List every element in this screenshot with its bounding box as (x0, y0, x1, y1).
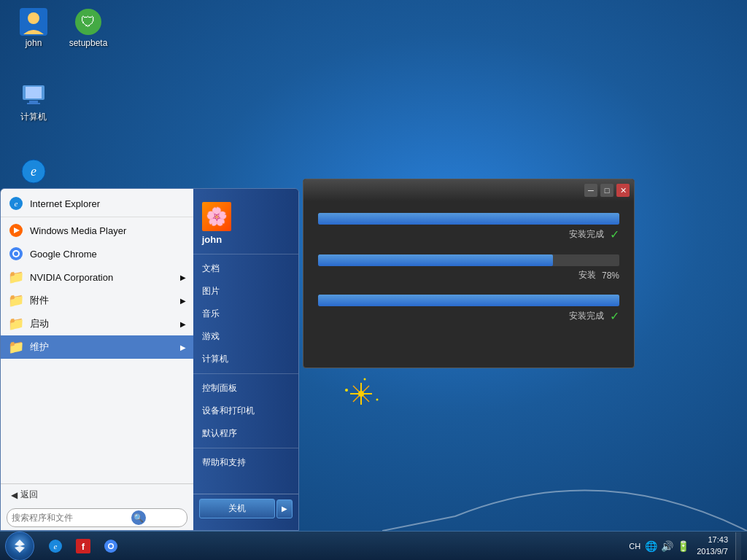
start-right-nav: 文档 图片 音乐 游戏 计算机 控制面板 设备和打印机 默认程序 帮助和支持 (193, 254, 298, 494)
start-right-youxi[interactable]: 游戏 (193, 325, 298, 348)
progress-bar-fill-3 (318, 295, 619, 306)
start-item-nvidia[interactable]: 📁 NVIDIA Corporation ▶ (1, 265, 193, 289)
svg-point-31 (109, 544, 113, 548)
desktop: john 🛡 setupbeta 计算机 e (0, 0, 747, 560)
start-item-chrome[interactable]: Google Chrome (1, 242, 193, 265)
svg-point-15 (345, 389, 348, 392)
start-right-moren[interactable]: 默认程序 (193, 422, 298, 445)
start-right-bangzhu[interactable]: 帮助和支持 (193, 451, 298, 474)
ie-start-icon: e (8, 195, 24, 211)
svg-rect-7 (27, 103, 40, 104)
desktop-icon-computer[interactable]: 计算机 (7, 80, 60, 123)
svg-text:e: e (54, 542, 58, 551)
taskbar-tray: CH 🌐 🔊 🔋 17:43 2013/9/7 (622, 532, 747, 560)
tray-ch-icon[interactable]: CH (628, 540, 641, 553)
svg-point-16 (376, 399, 379, 401)
clock-time: 17:43 (697, 534, 728, 545)
taskbar-ie-icon: e (48, 539, 63, 553)
svg-point-1 (28, 12, 39, 24)
svg-point-14 (358, 391, 364, 397)
qidong-chevron: ▶ (180, 320, 186, 328)
taskbar-btn-ie[interactable]: e (42, 533, 69, 559)
start-menu: e Internet Explorer Windows Media Player (0, 188, 299, 531)
tray-network-icon[interactable]: 🌐 (644, 540, 657, 553)
start-item-wmp[interactable]: Windows Media Player (1, 219, 193, 242)
fujian-start-label: 附件 (30, 294, 49, 307)
minimize-button[interactable]: ─ (584, 184, 597, 197)
clock-date: 2013/9/7 (697, 546, 728, 557)
setupbeta-icon: 🛡 (74, 7, 103, 36)
start-right-jisuanji[interactable]: 计算机 (193, 348, 298, 370)
start-back-area: ◀ 返回 (1, 483, 193, 505)
flower-decoration (332, 372, 390, 416)
start-user-section[interactable]: 🌸 john (193, 196, 298, 254)
back-label: 返回 (20, 489, 38, 501)
search-button[interactable]: 🔍 (131, 510, 146, 525)
nvidia-start-icon: 📁 (8, 269, 24, 285)
taskbar-buttons: e f (39, 532, 622, 560)
svg-rect-5 (26, 87, 42, 98)
start-item-fujian[interactable]: 📁 附件 ▶ (1, 289, 193, 312)
progress-text-3: 安装完成 (569, 310, 604, 322)
john-label: john (26, 38, 42, 48)
weihu-chevron: ▶ (180, 343, 186, 351)
ie-start-label: Internet Explorer (30, 198, 100, 209)
maximize-button[interactable]: □ (600, 184, 614, 197)
taskbar-btn-flash[interactable]: f (70, 533, 96, 559)
start-right-shebei[interactable]: 设备和打印机 (193, 400, 298, 422)
tray-clock[interactable]: 17:43 2013/9/7 (692, 534, 732, 557)
nvidia-chevron: ▶ (180, 273, 186, 281)
close-button[interactable]: ✕ (616, 184, 630, 197)
desktop-icon-ie[interactable]: e (7, 157, 60, 186)
shutdown-button[interactable]: 关机 (199, 499, 275, 518)
start-button[interactable] (0, 532, 39, 561)
check-icon-1: ✓ (610, 228, 619, 241)
start-search-input[interactable] (12, 513, 128, 523)
start-menu-left: e Internet Explorer Windows Media Player (1, 189, 193, 530)
desktop-icon-setupbeta[interactable]: 🛡 setupbeta (62, 7, 115, 48)
start-right-tupian[interactable]: 图片 (193, 280, 298, 303)
tray-volume-icon[interactable]: 🔊 (660, 540, 673, 553)
computer-icon (19, 80, 48, 109)
start-right-wendang[interactable]: 文档 (193, 257, 298, 280)
fujian-chevron: ▶ (180, 297, 186, 305)
svg-text:f: f (82, 541, 85, 552)
chrome-start-icon (8, 246, 24, 262)
weihu-start-icon: 📁 (8, 339, 24, 355)
desktop-decoration (382, 385, 747, 531)
progress-info-2: 安装 78% (318, 269, 619, 281)
progress-row-3: 安装完成 ✓ (318, 295, 619, 323)
ie-icon: e (19, 157, 48, 186)
nvidia-start-label: NVIDIA Corporation (30, 272, 113, 283)
progress-percent-2: 78% (602, 271, 619, 281)
start-back-button[interactable]: ◀ 返回 (7, 487, 42, 502)
wmp-start-label: Windows Media Player (30, 225, 126, 236)
start-right-kongzhimianban[interactable]: 控制面板 (193, 377, 298, 400)
install-label-2: 安装 (578, 269, 596, 281)
start-right-yinyue[interactable]: 音乐 (193, 303, 298, 325)
qidong-start-label: 启动 (30, 317, 49, 330)
start-orb[interactable] (5, 532, 34, 561)
progress-row-2: 安装 78% (318, 254, 619, 281)
start-item-ie[interactable]: e Internet Explorer (1, 192, 193, 215)
shutdown-arrow-button[interactable]: ▶ (276, 499, 293, 518)
taskbar: e f (0, 531, 747, 560)
tray-battery-icon[interactable]: 🔋 (676, 540, 689, 553)
start-item-weihu[interactable]: 📁 维护 ▶ (1, 335, 193, 359)
taskbar-btn-chrome[interactable] (98, 533, 124, 559)
progress-bar-bg-1 (318, 213, 619, 225)
desktop-icon-john[interactable]: john (7, 7, 60, 48)
progress-row-1: 安装完成 ✓ (318, 213, 619, 241)
svg-text:e: e (31, 164, 36, 179)
show-desktop-button[interactable] (735, 532, 741, 560)
setupbeta-label: setupbeta (69, 38, 108, 48)
svg-rect-6 (29, 101, 38, 103)
start-menu-right: 🌸 john 文档 图片 音乐 游戏 计算机 控制面板 设备和打印机 默认程序 … (193, 189, 298, 530)
svg-text:🛡: 🛡 (81, 14, 96, 30)
start-search-box[interactable]: 🔍 (7, 508, 187, 527)
window-body: 安装完成 ✓ 安装 78% 安装完成 (303, 201, 634, 335)
svg-point-24 (14, 252, 18, 256)
svg-point-17 (364, 378, 366, 381)
start-item-qidong[interactable]: 📁 启动 ▶ (1, 312, 193, 335)
progress-info-1: 安装完成 ✓ (318, 228, 619, 241)
